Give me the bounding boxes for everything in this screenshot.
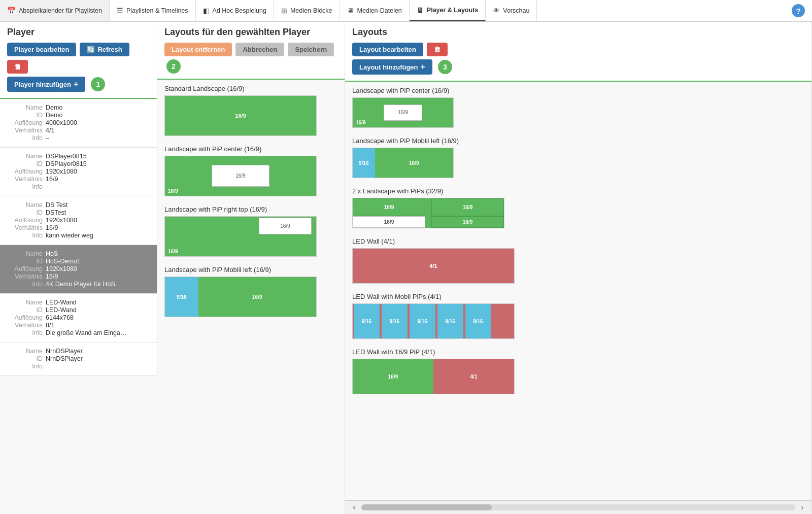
player-delete-button[interactable]: 🗑 (7, 60, 28, 74)
layout-section: 16/9 (353, 198, 425, 216)
player-item[interactable]: NameDS TestIDDSTestAuflösung1920x1080Ver… (0, 196, 157, 245)
layout-delete-button[interactable]: 🗑 (427, 43, 448, 56)
player-list[interactable]: NameDemoIDDemoAuflösung4000x1000Verhältn… (0, 98, 157, 514)
pip-mobile-box: 9/16 (165, 277, 198, 317)
help-button[interactable]: ? (785, 0, 812, 21)
step-badge-2: 2 (166, 59, 181, 74)
layout-remove-button[interactable]: Layout entfernen (164, 43, 232, 56)
column-player: Player Player bearbeiten 🔄 Refresh 🗑 Pla… (0, 22, 157, 514)
layout-title: Landscape with PiP Moblil left (16/9) (352, 137, 804, 145)
grid-icon: ⊞ (281, 7, 287, 15)
player-field-value: – (46, 183, 49, 190)
led-pip-section: 9/16 (437, 304, 463, 338)
player-field-label: Verhältnis (7, 322, 43, 329)
layout-preview: 16/94/1 (352, 359, 515, 394)
layout-entry[interactable]: Standard Landscape (16/9)16/9 (164, 85, 337, 136)
nav-player-layouts[interactable]: 🖥 Player & Layouts (410, 0, 486, 21)
player-field-label: ID (7, 112, 43, 119)
player-add-button[interactable]: Player hinzufügen + (7, 77, 85, 92)
player-field-label: Auflösung (7, 314, 43, 321)
player-field-label: Auflösung (7, 119, 43, 126)
layout-entry[interactable]: Landscape with PiP right top (16/9)16/91… (164, 205, 337, 257)
main-ratio-label: 16/9 (198, 277, 316, 317)
player-field-value: 6144x768 (46, 314, 74, 321)
h-scroll-track[interactable] (361, 504, 795, 510)
player-field-value: 1920x1080 (46, 217, 77, 224)
h-scroll-thumb (361, 504, 492, 510)
layout-entry[interactable]: Landscape with PiP center (16/9)16/916/9 (352, 87, 804, 128)
player-field-value: HoS-Demo1 (46, 258, 81, 265)
help-icon: ? (792, 4, 805, 17)
layout-preview: 16/9 (164, 95, 317, 136)
layout-entry[interactable]: LED Wall with Mobil PiPs (4/1)9/169/169/… (352, 293, 804, 339)
layout-title: Landscape with PiP right top (16/9) (164, 205, 337, 213)
scroll-right-arrow[interactable]: › (797, 503, 807, 512)
nav-label: Medien-Blöcke (290, 7, 332, 14)
player-field-label: Info (7, 329, 43, 336)
nav-adhoc[interactable]: ◧ Ad Hoc Bespielung (196, 0, 274, 21)
layout-entry[interactable]: Landscape with PiP Moblil left (16/9)9/1… (352, 137, 804, 178)
layout-entry[interactable]: LED Wall with 16/9 PiP (4/1)16/94/1 (352, 348, 804, 394)
assigned-layouts-list[interactable]: Standard Landscape (16/9)16/9Landscape w… (157, 79, 345, 514)
player-field-value: 1920x1080 (46, 168, 77, 175)
layout-title: 2 x Landscape with PiPs (32/9) (352, 187, 804, 195)
layout-edit-button[interactable]: Layout bearbeiten (352, 43, 423, 56)
all-layouts-list[interactable]: Landscape with PiP center (16/9)16/916/9… (345, 81, 811, 500)
layout-cancel-button[interactable]: Abbrechen (235, 43, 284, 56)
layout-title: Standard Landscape (16/9) (164, 85, 337, 92)
layout-section: 16/9 (431, 198, 504, 216)
nav-playlisten[interactable]: ☰ Playlisten & Timelines (110, 0, 196, 21)
horizontal-scrollbar[interactable]: ‹ › (345, 500, 811, 514)
columns-wrapper: Player Player bearbeiten 🔄 Refresh 🗑 Pla… (0, 22, 812, 514)
plus-icon: + (74, 80, 78, 89)
player-field-label: ID (7, 160, 43, 167)
player-field-label: ID (7, 209, 43, 216)
layout-section: 16/9 (353, 216, 425, 228)
player-field-label: Name (7, 201, 43, 209)
nav-vorschau[interactable]: 👁 Vorschau (486, 0, 537, 21)
layout-preview: 9/1616/9 (352, 148, 454, 178)
plus-icon: + (421, 62, 425, 72)
player-field-label: Info (7, 134, 43, 142)
player-field-value: 4/1 (46, 127, 54, 134)
player-field-label: ID (7, 306, 43, 314)
pip-mobile-box: 9/16 (353, 148, 375, 178)
nav-medien-dateien[interactable]: 🖥 Medien-Dateien (340, 0, 410, 21)
player-field-label: Name (7, 299, 43, 306)
player-item[interactable]: NameDemoIDDemoAuflösung4000x1000Verhältn… (0, 99, 157, 148)
column1-header: Player Player bearbeiten 🔄 Refresh 🗑 Pla… (0, 22, 157, 98)
player-field-label: Verhältnis (7, 273, 43, 280)
player-item[interactable]: NameDSPlayer0815IDDSPlayer0815Auflösung1… (0, 148, 157, 196)
layout-entry[interactable]: LED Wall (4/1)4/1 (352, 237, 804, 284)
nav-medien-bloecke[interactable]: ⊞ Medien-Blöcke (274, 0, 340, 21)
player-field-label: Verhältnis (7, 224, 43, 231)
layout-preview: 16/916/9 (164, 156, 317, 196)
nav-abspielkalender[interactable]: 📅 Abspielkalender für Playlisten (0, 0, 110, 21)
player-field-label: Info (7, 232, 43, 239)
layout-preview: 16/916/9 (164, 216, 317, 257)
layout-save-button[interactable]: Speichern (288, 43, 334, 56)
player-field-value: LED-Wand (46, 299, 77, 306)
layout-entry[interactable]: Landscape with PiP Moblil left (16/9)9/1… (164, 266, 337, 317)
player-item[interactable]: NameHoSIDHoS-Demo1Auflösung1920x1080Verh… (0, 245, 157, 294)
player-refresh-button[interactable]: 🔄 Refresh (80, 43, 129, 56)
player-item[interactable]: NameNrnDSPlayerIDNrnDSPlayerInfo (0, 342, 157, 376)
calendar-icon: 📅 (7, 7, 16, 15)
player-field-value: DSPlayer0815 (46, 160, 87, 167)
scroll-left-arrow[interactable]: ‹ (349, 503, 359, 512)
player-edit-button[interactable]: Player bearbeiten (7, 43, 76, 56)
layout-entry[interactable]: Landscape with PiP center (16/9)16/916/9 (164, 145, 337, 196)
player-item[interactable]: NameLED-WandIDLED-WandAuflösung6144x768V… (0, 294, 157, 342)
layout-preview: 4/1 (352, 248, 515, 284)
layout-entry[interactable]: 2 x Landscape with PiPs (32/9)16/916/916… (352, 187, 804, 228)
pip-box: 16/9 (259, 218, 312, 234)
player-field-value: NrnDSPlayer (46, 348, 83, 355)
layout-add-button[interactable]: Layout hinzufügen + (352, 59, 432, 75)
player-field-value: 4000x1000 (46, 119, 77, 126)
nav-label: Vorschau (503, 7, 529, 14)
layout-title: LED Wall (4/1) (352, 237, 804, 245)
nav-label: Ad Hoc Bespielung (213, 7, 266, 14)
toolbar-layouts-top: Layout entfernen Abbrechen Speichern (164, 43, 337, 56)
player-field-label: ID (7, 355, 43, 362)
layout-ratio-label: 4/1 (353, 249, 514, 283)
